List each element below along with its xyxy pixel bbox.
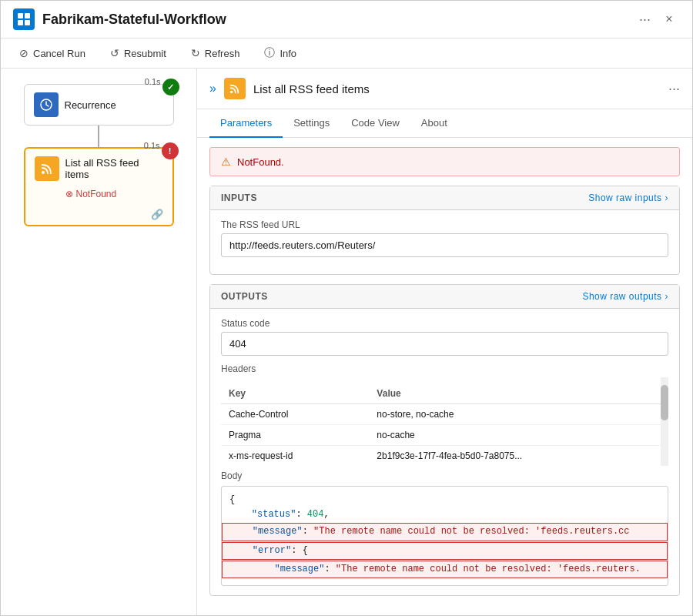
svg-rect-2 [18,20,23,25]
table-row: Pragmano-cache [221,425,668,446]
cancel-run-button[interactable]: ⊘ Cancel Run [13,44,92,62]
close-button[interactable]: × [658,8,680,30]
workflow-nodes: 0.1s ✓ Recurrence [13,84,184,226]
rss-error-text: ⊗ NotFound [25,189,172,206]
header-value-cell: no-cache [369,425,668,446]
recurrence-node-wrapper: 0.1s ✓ Recurrence [13,84,184,147]
recurrence-icon [34,92,59,117]
headers-label: Headers [221,363,668,374]
svg-rect-1 [25,13,30,18]
rss-status-badge: ! [162,142,179,159]
rss-node-wrapper: 0.1s ! List all RSS feed items [13,147,184,226]
workflow-canvas: 0.1s ✓ Recurrence [1,69,197,615]
rss-url-value: http://feeds.reuters.com/Reuters/ [221,233,668,257]
refresh-button[interactable]: ↻ Refresh [185,44,246,62]
details-panel: » List all RSS feed items ··· Parameters… [197,69,692,615]
code-line-2: "message": "The remote name could not be… [222,523,668,541]
code-line-3: "error": { [222,542,668,560]
app-icon [13,8,35,30]
status-code-value: 404 [221,332,668,356]
inputs-section: INPUTS Show raw inputs › The RSS feed UR… [209,186,680,275]
table-row: x-ms-request-id2b1f9c3e-17f7-4fea-b5d0-7… [221,446,668,467]
error-banner: ⚠ NotFound. [209,147,680,176]
outputs-body: Status code 404 Headers Key [210,309,679,595]
rss-link-icon: 🔗 [25,206,172,225]
details-header: » List all RSS feed items ··· [197,69,692,109]
collapse-chevron[interactable]: » [209,82,216,95]
recurrence-header: Recurrence [25,85,173,125]
chevron-right-icon: › [665,192,668,203]
body-section: Body { "status": 404, "message": "The re… [221,470,668,586]
svg-point-6 [230,91,233,94]
tab-settings[interactable]: Settings [283,109,340,138]
recurrence-timing: 0.1s [145,77,161,86]
details-title: List all RSS feed items [253,82,661,95]
inputs-label: INPUTS [221,192,257,203]
rss-label: List all RSS feed items [65,157,163,180]
connector-1 [98,126,99,147]
headers-value-col: Value [369,383,668,404]
code-line-1: "status": 404, [229,507,660,522]
info-button[interactable]: ⓘ Info [258,43,303,63]
error-circle-icon: ⊗ [65,189,73,199]
body-label: Body [221,470,668,481]
inputs-body: The RSS feed URL http://feeds.reuters.co… [210,210,679,274]
resubmit-icon: ↺ [110,47,119,59]
main-window: Fabrikam-Stateful-Workflow ··· × ⊘ Cance… [0,0,693,616]
header-value-cell: 2b1f9c3e-17f7-4fea-b5d0-7a8075... [369,446,668,467]
window-more-button[interactable]: ··· [639,12,651,28]
show-raw-outputs-button[interactable]: Show raw outputs › [582,291,668,302]
cancel-icon: ⊘ [19,47,28,59]
rss-url-label: The RSS feed URL [221,219,668,230]
headers-scrollbar-thumb [661,385,668,420]
window-title: Fabrikam-Stateful-Workflow [42,12,628,28]
tab-parameters[interactable]: Parameters [209,109,283,138]
recurrence-node[interactable]: 0.1s ✓ Recurrence [24,84,174,126]
main-area: 0.1s ✓ Recurrence [1,69,692,615]
status-code-label: Status code [221,318,668,329]
details-content: ⚠ NotFound. INPUTS Show raw inputs › [197,138,692,615]
headers-table-container: Key Value Cache-Controlno-store, no-cach… [221,377,668,466]
details-tabs: Parameters Settings Code View About [197,109,692,138]
svg-rect-3 [25,20,30,25]
outputs-label: OUTPUTS [221,291,268,302]
outputs-section: OUTPUTS Show raw outputs › Status code 4… [209,284,680,596]
info-icon: ⓘ [264,46,275,60]
outputs-section-header: OUTPUTS Show raw outputs › [210,285,679,309]
rss-timing: 0.1s [144,141,160,150]
inputs-section-header: INPUTS Show raw inputs › [210,186,679,210]
header-value-cell: no-store, no-cache [369,404,668,425]
tab-about[interactable]: About [410,109,458,138]
rss-node[interactable]: 0.1s ! List all RSS feed items [24,147,174,226]
svg-point-5 [42,171,45,174]
show-raw-inputs-button[interactable]: Show raw inputs › [588,192,668,203]
details-rss-icon [224,78,246,99]
svg-rect-0 [18,13,23,18]
warning-triangle-icon: ⚠ [221,156,231,168]
details-more-button[interactable]: ··· [668,81,680,97]
headers-scrollbar[interactable] [661,377,668,466]
rss-url-field: The RSS feed URL http://feeds.reuters.co… [221,219,668,257]
headers-key-col: Key [221,383,369,404]
tab-code-view[interactable]: Code View [340,109,410,138]
resubmit-button[interactable]: ↺ Resubmit [104,44,172,62]
body-code-block: { "status": 404, "message": "The remote … [221,486,668,586]
code-line-4: "message": "The remote name could not be… [222,561,668,578]
header-key-cell: Cache-Control [221,404,369,425]
recurrence-status-badge: ✓ [162,79,179,95]
header-key-cell: Pragma [221,425,369,446]
table-row: Cache-Controlno-store, no-cache [221,404,668,425]
recurrence-label: Recurrence [65,99,116,111]
refresh-icon: ↻ [191,47,200,59]
chevron-right-outputs-icon: › [665,291,668,302]
status-code-field: Status code 404 [221,318,668,356]
headers-section: Headers Key Value Cache-Co [221,363,668,466]
code-line-0: { [229,493,660,507]
headers-table: Key Value Cache-Controlno-store, no-cach… [221,383,668,466]
header-key-cell: x-ms-request-id [221,446,369,467]
title-bar: Fabrikam-Stateful-Workflow ··· × [1,1,692,38]
rss-icon [35,156,59,181]
rss-header: List all RSS feed items [25,149,172,189]
error-banner-text: NotFound. [237,156,284,168]
toolbar: ⊘ Cancel Run ↺ Resubmit ↻ Refresh ⓘ Info [1,38,692,69]
